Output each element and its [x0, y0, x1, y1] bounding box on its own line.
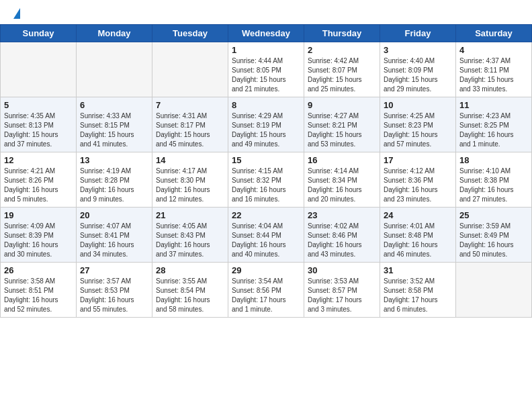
col-saturday: Saturday: [456, 25, 532, 42]
day-number: 9: [308, 100, 376, 110]
day-number: 21: [156, 210, 224, 220]
table-row: 30Sunrise: 3:53 AM Sunset: 8:57 PM Dayli…: [304, 263, 380, 318]
day-number: 20: [80, 210, 148, 220]
col-monday: Monday: [77, 25, 152, 42]
table-row: 28Sunrise: 3:55 AM Sunset: 8:54 PM Dayli…: [152, 263, 228, 318]
table-row: [456, 263, 532, 318]
calendar-week-row: 12Sunrise: 4:21 AM Sunset: 8:26 PM Dayli…: [1, 152, 532, 208]
day-number: 15: [232, 155, 300, 165]
day-detail: Sunrise: 4:05 AM Sunset: 8:43 PM Dayligh…: [156, 222, 224, 259]
day-detail: Sunrise: 4:25 AM Sunset: 8:23 PM Dayligh…: [384, 111, 452, 149]
table-row: 19Sunrise: 4:09 AM Sunset: 8:39 PM Dayli…: [1, 208, 77, 263]
day-number: 13: [80, 155, 148, 165]
day-detail: Sunrise: 4:40 AM Sunset: 8:09 PM Dayligh…: [384, 56, 452, 94]
table-row: 1Sunrise: 4:44 AM Sunset: 8:05 PM Daylig…: [228, 42, 304, 97]
table-row: 11Sunrise: 4:23 AM Sunset: 8:25 PM Dayli…: [456, 97, 532, 152]
day-detail: Sunrise: 4:10 AM Sunset: 8:38 PM Dayligh…: [459, 167, 528, 204]
day-number: 3: [384, 45, 452, 55]
table-row: 5Sunrise: 4:35 AM Sunset: 8:13 PM Daylig…: [1, 97, 77, 152]
day-number: 17: [384, 155, 452, 165]
day-detail: Sunrise: 4:19 AM Sunset: 8:28 PM Dayligh…: [80, 167, 148, 204]
table-row: 18Sunrise: 4:10 AM Sunset: 8:38 PM Dayli…: [456, 152, 532, 208]
table-row: 10Sunrise: 4:25 AM Sunset: 8:23 PM Dayli…: [380, 97, 456, 152]
day-number: 24: [384, 210, 452, 220]
day-number: 27: [80, 265, 148, 275]
day-number: 5: [4, 100, 73, 110]
table-row: 13Sunrise: 4:19 AM Sunset: 8:28 PM Dayli…: [77, 152, 152, 208]
day-detail: Sunrise: 4:14 AM Sunset: 8:34 PM Dayligh…: [308, 167, 376, 204]
day-detail: Sunrise: 3:54 AM Sunset: 8:56 PM Dayligh…: [232, 277, 300, 314]
day-detail: Sunrise: 4:09 AM Sunset: 8:39 PM Dayligh…: [4, 222, 73, 259]
day-number: 18: [459, 155, 528, 165]
day-detail: Sunrise: 4:01 AM Sunset: 8:48 PM Dayligh…: [384, 222, 452, 259]
table-row: [1, 42, 77, 97]
col-sunday: Sunday: [1, 25, 77, 42]
day-detail: Sunrise: 4:12 AM Sunset: 8:36 PM Dayligh…: [384, 167, 452, 204]
table-row: 16Sunrise: 4:14 AM Sunset: 8:34 PM Dayli…: [304, 152, 380, 208]
logo: [12, 8, 20, 19]
day-number: 23: [308, 210, 376, 220]
day-detail: Sunrise: 4:33 AM Sunset: 8:15 PM Dayligh…: [80, 111, 148, 149]
table-row: 15Sunrise: 4:15 AM Sunset: 8:32 PM Dayli…: [228, 152, 304, 208]
calendar-week-row: 1Sunrise: 4:44 AM Sunset: 8:05 PM Daylig…: [1, 42, 532, 97]
day-detail: Sunrise: 3:58 AM Sunset: 8:51 PM Dayligh…: [4, 277, 73, 314]
day-detail: Sunrise: 4:44 AM Sunset: 8:05 PM Dayligh…: [232, 56, 300, 94]
col-wednesday: Wednesday: [228, 25, 304, 42]
logo-triangle-icon: [13, 8, 20, 19]
day-detail: Sunrise: 4:35 AM Sunset: 8:13 PM Dayligh…: [4, 111, 73, 149]
day-detail: Sunrise: 4:27 AM Sunset: 8:21 PM Dayligh…: [308, 111, 376, 149]
day-detail: Sunrise: 4:02 AM Sunset: 8:46 PM Dayligh…: [308, 222, 376, 259]
day-number: 8: [232, 100, 300, 110]
col-friday: Friday: [380, 25, 456, 42]
day-number: 19: [4, 210, 73, 220]
day-detail: Sunrise: 4:21 AM Sunset: 8:26 PM Dayligh…: [4, 167, 73, 204]
day-number: 12: [4, 155, 73, 165]
day-detail: Sunrise: 4:37 AM Sunset: 8:11 PM Dayligh…: [459, 56, 528, 94]
table-row: 2Sunrise: 4:42 AM Sunset: 8:07 PM Daylig…: [304, 42, 380, 97]
day-detail: Sunrise: 4:07 AM Sunset: 8:41 PM Dayligh…: [80, 222, 148, 259]
table-row: 21Sunrise: 4:05 AM Sunset: 8:43 PM Dayli…: [152, 208, 228, 263]
table-row: 7Sunrise: 4:31 AM Sunset: 8:17 PM Daylig…: [152, 97, 228, 152]
table-row: 23Sunrise: 4:02 AM Sunset: 8:46 PM Dayli…: [304, 208, 380, 263]
table-row: 14Sunrise: 4:17 AM Sunset: 8:30 PM Dayli…: [152, 152, 228, 208]
day-number: 1: [232, 45, 300, 55]
day-number: 22: [232, 210, 300, 220]
day-detail: Sunrise: 3:59 AM Sunset: 8:49 PM Dayligh…: [459, 222, 528, 259]
table-row: [77, 42, 152, 97]
day-number: 4: [459, 45, 528, 55]
day-detail: Sunrise: 4:04 AM Sunset: 8:44 PM Dayligh…: [232, 222, 300, 259]
table-row: 29Sunrise: 3:54 AM Sunset: 8:56 PM Dayli…: [228, 263, 304, 318]
table-row: 17Sunrise: 4:12 AM Sunset: 8:36 PM Dayli…: [380, 152, 456, 208]
day-number: 11: [459, 100, 528, 110]
day-number: 26: [4, 265, 73, 275]
table-row: 25Sunrise: 3:59 AM Sunset: 8:49 PM Dayli…: [456, 208, 532, 263]
day-detail: Sunrise: 4:42 AM Sunset: 8:07 PM Dayligh…: [308, 56, 376, 94]
day-detail: Sunrise: 3:57 AM Sunset: 8:53 PM Dayligh…: [80, 277, 148, 314]
day-detail: Sunrise: 4:29 AM Sunset: 8:19 PM Dayligh…: [232, 111, 300, 149]
day-number: 30: [308, 265, 376, 275]
table-row: 27Sunrise: 3:57 AM Sunset: 8:53 PM Dayli…: [77, 263, 152, 318]
table-row: 6Sunrise: 4:33 AM Sunset: 8:15 PM Daylig…: [77, 97, 152, 152]
table-row: [152, 42, 228, 97]
table-row: 12Sunrise: 4:21 AM Sunset: 8:26 PM Dayli…: [1, 152, 77, 208]
day-number: 2: [308, 45, 376, 55]
table-row: 4Sunrise: 4:37 AM Sunset: 8:11 PM Daylig…: [456, 42, 532, 97]
day-number: 10: [384, 100, 452, 110]
col-tuesday: Tuesday: [152, 25, 228, 42]
table-row: 8Sunrise: 4:29 AM Sunset: 8:19 PM Daylig…: [228, 97, 304, 152]
day-number: 31: [384, 265, 452, 275]
table-row: 9Sunrise: 4:27 AM Sunset: 8:21 PM Daylig…: [304, 97, 380, 152]
day-number: 14: [156, 155, 224, 165]
day-number: 16: [308, 155, 376, 165]
calendar-week-row: 26Sunrise: 3:58 AM Sunset: 8:51 PM Dayli…: [1, 263, 532, 318]
table-row: 26Sunrise: 3:58 AM Sunset: 8:51 PM Dayli…: [1, 263, 77, 318]
day-detail: Sunrise: 3:53 AM Sunset: 8:57 PM Dayligh…: [308, 277, 376, 314]
col-thursday: Thursday: [304, 25, 380, 42]
day-number: 7: [156, 100, 224, 110]
day-detail: Sunrise: 4:31 AM Sunset: 8:17 PM Dayligh…: [156, 111, 224, 149]
table-row: 20Sunrise: 4:07 AM Sunset: 8:41 PM Dayli…: [77, 208, 152, 263]
day-detail: Sunrise: 4:17 AM Sunset: 8:30 PM Dayligh…: [156, 167, 224, 204]
day-detail: Sunrise: 3:55 AM Sunset: 8:54 PM Dayligh…: [156, 277, 224, 314]
calendar-week-row: 19Sunrise: 4:09 AM Sunset: 8:39 PM Dayli…: [1, 208, 532, 263]
day-number: 6: [80, 100, 148, 110]
